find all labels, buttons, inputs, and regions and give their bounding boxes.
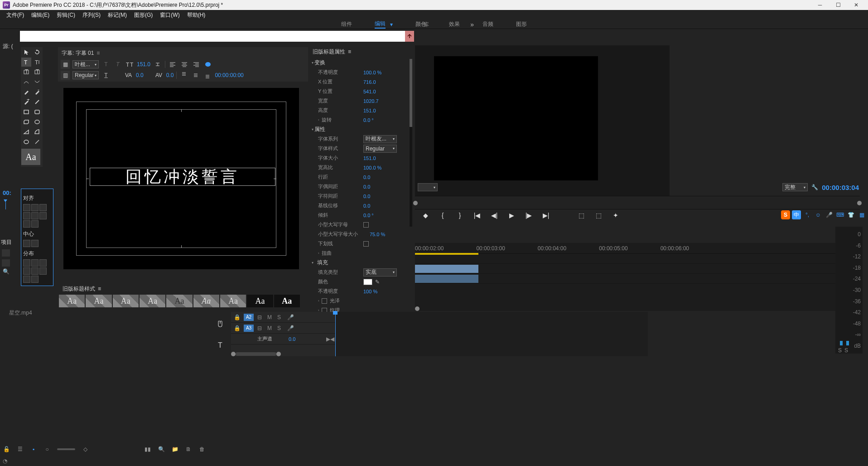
- titler-safe-button[interactable]: ▥: [61, 71, 70, 80]
- align-b[interactable]: [31, 220, 39, 228]
- target-icon[interactable]: ⊟: [257, 325, 264, 331]
- distribute-mid-text[interactable]: [191, 71, 200, 80]
- ellipse-tool[interactable]: [21, 137, 31, 146]
- fill-color-swatch[interactable]: [363, 279, 372, 285]
- sheen-checkbox[interactable]: [322, 298, 327, 304]
- delete-anchor-tool[interactable]: -: [32, 87, 42, 97]
- style-preset-7[interactable]: Aa: [220, 295, 246, 307]
- voice-icon[interactable]: 🎤: [287, 325, 294, 331]
- zoom-slider[interactable]: [57, 448, 75, 450]
- search-icon[interactable]: 🔍: [3, 268, 10, 275]
- ruler-knob-right[interactable]: [857, 201, 862, 205]
- sort-icon[interactable]: ◇: [82, 446, 89, 453]
- menu-file[interactable]: 文件(F): [3, 10, 28, 20]
- style-preset-3[interactable]: Aa: [113, 295, 139, 307]
- prev-keyframe-icon[interactable]: ▶◀: [326, 336, 333, 342]
- title-text-box[interactable]: 回忆冲淡誓言: [90, 168, 275, 186]
- track-a2[interactable]: 🔒 A2 ⊟ M S 🎤: [231, 312, 335, 323]
- lead-value[interactable]: 0.0: [363, 175, 370, 180]
- extract-button[interactable]: ⬚: [594, 211, 603, 219]
- slant-value[interactable]: 0.0 °: [363, 213, 374, 218]
- scaps-checkbox[interactable]: [363, 222, 369, 228]
- style-preset-1[interactable]: Aa: [59, 295, 85, 307]
- ime-logo[interactable]: S: [781, 210, 790, 219]
- icon-view-icon[interactable]: ▪: [30, 446, 37, 453]
- eyedropper-icon[interactable]: ✎: [375, 279, 380, 285]
- lock-icon[interactable]: 🔒: [234, 314, 240, 320]
- project-tab[interactable]: 项目: [1, 238, 12, 246]
- align-top[interactable]: [23, 212, 30, 219]
- dist-7[interactable]: [23, 276, 30, 283]
- target-icon[interactable]: ⊟: [257, 314, 264, 320]
- freeform-view-icon[interactable]: ○: [43, 446, 51, 453]
- opacity-value[interactable]: 100.0 %: [363, 70, 381, 75]
- align-left-text[interactable]: [168, 60, 177, 69]
- titler-close-button[interactable]: [405, 31, 414, 42]
- play-button[interactable]: ▶: [507, 211, 516, 219]
- titler-menu-icon[interactable]: ≡: [96, 50, 100, 56]
- dist-2[interactable]: [31, 259, 39, 267]
- seq-zoom-knob[interactable]: [415, 306, 420, 311]
- align-center-text[interactable]: [180, 60, 189, 69]
- go-to-out-button[interactable]: ▶|: [542, 211, 550, 219]
- settings-icon[interactable]: 🔧: [811, 184, 818, 190]
- audio-track-row[interactable]: [415, 274, 860, 284]
- underline-checkbox[interactable]: [363, 241, 369, 247]
- ypos-value[interactable]: 541.0: [363, 89, 376, 94]
- dist-1[interactable]: [23, 259, 30, 267]
- font-style-dropdown[interactable]: Regular▾: [72, 71, 99, 79]
- hand-tool[interactable]: [216, 320, 224, 328]
- rounded-corner-tool[interactable]: [32, 117, 42, 126]
- fill-type-select[interactable]: 实底▾: [363, 268, 397, 277]
- vertical-area-type-tool[interactable]: T: [32, 68, 42, 77]
- ime-toolbox-icon[interactable]: ▦: [857, 210, 866, 219]
- style-preset-5[interactable]: Aa: [166, 295, 192, 307]
- zoom-track[interactable]: [236, 352, 276, 356]
- area-type-tool[interactable]: T: [21, 68, 31, 77]
- tab-stops-button[interactable]: [203, 60, 212, 69]
- dist-8[interactable]: [31, 276, 39, 283]
- menu-marker[interactable]: 标记(M): [104, 10, 130, 20]
- align-left[interactable]: [23, 204, 30, 211]
- minimize-button[interactable]: ─: [811, 0, 829, 10]
- mute-button[interactable]: M: [267, 314, 274, 320]
- video-track-row[interactable]: [415, 254, 860, 264]
- style-preset-9[interactable]: Aa: [274, 295, 300, 307]
- menu-graphic[interactable]: 图形(G): [130, 10, 156, 20]
- ws-effects[interactable]: 效果: [449, 20, 460, 28]
- selection-tool[interactable]: [21, 48, 31, 57]
- menu-window[interactable]: 窗口(W): [156, 10, 183, 20]
- align-right[interactable]: [39, 204, 47, 211]
- source-timecode[interactable]: 00:: [3, 189, 11, 196]
- underline-button[interactable]: T: [101, 71, 111, 80]
- font-size-value[interactable]: 151.0: [137, 61, 150, 68]
- mark-clip-button[interactable]: }: [456, 211, 464, 219]
- step-back-button[interactable]: ◀|: [490, 211, 498, 219]
- height-value[interactable]: 151.0: [363, 108, 376, 113]
- rounded-rectangle-tool[interactable]: [32, 107, 42, 116]
- wedge-tool[interactable]: [21, 127, 31, 136]
- timeline-zoom-bar[interactable]: [231, 352, 648, 356]
- dist-3[interactable]: [39, 259, 47, 267]
- project-list-icon[interactable]: [2, 249, 10, 257]
- vertical-type-tool[interactable]: T: [32, 58, 42, 67]
- track-master[interactable]: 主声道 0.0 ▶◀: [231, 334, 335, 345]
- dist-4[interactable]: [23, 267, 30, 275]
- line-tool[interactable]: [32, 137, 42, 146]
- props-scrollbar[interactable]: [410, 59, 412, 227]
- dist-6[interactable]: [39, 267, 47, 275]
- style-preset-8[interactable]: Aa: [247, 295, 273, 307]
- mark-out-button[interactable]: {: [439, 211, 447, 219]
- titler-template-button[interactable]: ▦: [61, 60, 70, 69]
- rotate-tool[interactable]: [32, 48, 42, 57]
- ime-lang[interactable]: 中: [792, 210, 801, 219]
- delete-icon[interactable]: 🗑: [198, 446, 206, 453]
- file-label[interactable]: 星空.mp4: [9, 309, 32, 317]
- align-a[interactable]: [23, 220, 30, 228]
- zoom-dropdown[interactable]: ▾: [418, 183, 438, 191]
- rotate-value[interactable]: 0.0 °: [363, 117, 374, 123]
- menu-edit[interactable]: 编辑(E): [28, 10, 53, 20]
- lock-icon[interactable]: 🔓: [3, 446, 10, 453]
- expand-icon[interactable]: ▾: [312, 261, 313, 265]
- clipped-rectangle-tool[interactable]: [21, 117, 31, 126]
